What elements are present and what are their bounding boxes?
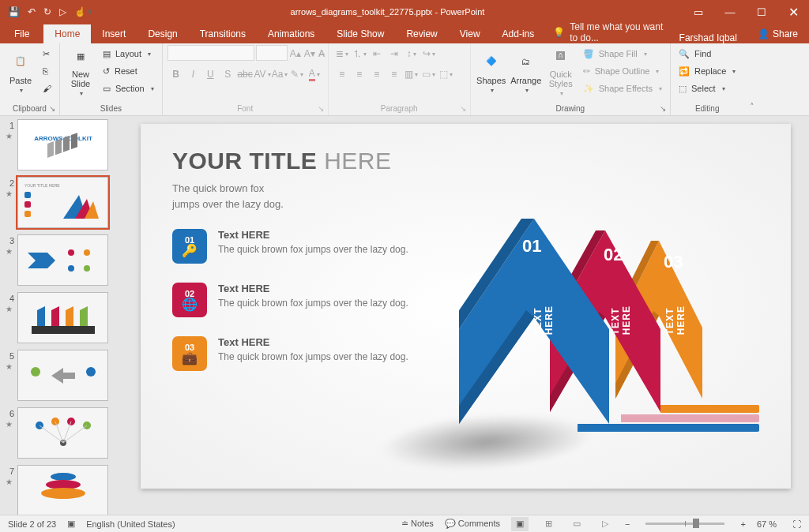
replace-button[interactable]: 🔁Replace▾ bbox=[675, 62, 739, 80]
underline-button[interactable]: U bbox=[201, 66, 219, 83]
thumb-1[interactable]: 1★ ARROWS TOOLKIT bbox=[3, 119, 122, 170]
maximize-button[interactable]: ☐ bbox=[746, 0, 777, 24]
font-dialog-icon[interactable]: ↘ bbox=[318, 104, 324, 113]
comments-button[interactable]: 💬 Comments bbox=[445, 519, 500, 529]
tab-insert[interactable]: Insert bbox=[91, 24, 137, 43]
zoom-slider[interactable] bbox=[645, 523, 724, 525]
tab-animations[interactable]: Animations bbox=[257, 24, 325, 43]
format-painter-button[interactable]: 🖌 bbox=[40, 80, 55, 97]
spell-icon[interactable]: ▣ bbox=[67, 519, 75, 529]
reading-view-icon[interactable]: ▭ bbox=[568, 517, 585, 531]
align-right-button[interactable]: ≡ bbox=[368, 66, 386, 83]
shape-fill-button[interactable]: 🪣Shape Fill▾ bbox=[580, 45, 665, 62]
zoom-out-button[interactable]: − bbox=[625, 519, 630, 529]
paste-button[interactable]: 📋 Paste ▾ bbox=[5, 45, 36, 97]
strike-button[interactable]: abc bbox=[236, 66, 254, 83]
language-status[interactable]: English (United States) bbox=[86, 519, 175, 529]
collapse-ribbon-icon[interactable]: ˄ bbox=[743, 43, 761, 115]
select-button[interactable]: ⬚Select▾ bbox=[675, 80, 739, 97]
shape-outline-button[interactable]: ✏Shape Outline▾ bbox=[580, 62, 665, 80]
ribbon-options-icon[interactable]: ▭ bbox=[683, 0, 714, 24]
align-center-button[interactable]: ≡ bbox=[351, 66, 368, 83]
slide-scrollbar[interactable] bbox=[796, 116, 809, 515]
share-button[interactable]: 👤 Share bbox=[747, 24, 809, 43]
slide-counter[interactable]: Slide 2 of 23 bbox=[8, 519, 56, 529]
fit-window-icon[interactable]: ⛶ bbox=[792, 519, 801, 529]
save-icon[interactable]: 💾 bbox=[8, 6, 20, 17]
tab-addins[interactable]: Add-ins bbox=[491, 24, 546, 43]
slide-canvas[interactable]: YOUR TITLE HERE The quick brown fox jump… bbox=[141, 124, 791, 489]
columns-button[interactable]: ▥▾ bbox=[403, 66, 420, 83]
highlight-button[interactable]: ✎▾ bbox=[288, 66, 306, 83]
shrink-font-icon[interactable]: A▾ bbox=[303, 45, 316, 62]
minimize-button[interactable]: — bbox=[714, 0, 746, 24]
font-size-combo[interactable] bbox=[256, 45, 288, 61]
clipboard-dialog-icon[interactable]: ↘ bbox=[49, 104, 55, 113]
notes-button[interactable]: ≐ Notes bbox=[401, 519, 434, 529]
user-name[interactable]: Farshad Iqbal bbox=[670, 32, 747, 43]
drawing-dialog-icon[interactable]: ↘ bbox=[660, 104, 666, 113]
thumb-5[interactable]: 5★ bbox=[3, 350, 122, 401]
tab-view[interactable]: View bbox=[449, 24, 491, 43]
align-text-button[interactable]: ▭▾ bbox=[420, 66, 438, 83]
arrange-button[interactable]: 🗂 Arrange▾ bbox=[510, 45, 542, 97]
touch-icon[interactable]: ☝▾ bbox=[74, 6, 92, 17]
section-button[interactable]: ▭Section▾ bbox=[100, 80, 157, 97]
tab-file[interactable]: File bbox=[0, 24, 43, 43]
item-2[interactable]: 02🌐 Text HEREThe quick brown fox jumps o… bbox=[172, 283, 417, 317]
arrows-graphic[interactable]: 03 TEXT HERE 02 TEXT HERE 01 TEXT HERE bbox=[427, 219, 759, 463]
indent-less-button[interactable]: ⇤ bbox=[368, 45, 386, 62]
case-button[interactable]: Aa▾ bbox=[271, 66, 288, 83]
bullets-button[interactable]: ≣▾ bbox=[333, 45, 351, 62]
sorter-view-icon[interactable]: ⊞ bbox=[540, 517, 557, 531]
tab-review[interactable]: Review bbox=[395, 24, 448, 43]
close-button[interactable]: ✕ bbox=[777, 0, 809, 24]
align-left-button[interactable]: ≡ bbox=[333, 66, 351, 83]
tell-me-search[interactable]: 💡 Tell me what you want to do... bbox=[545, 21, 669, 43]
zoom-in-button[interactable]: + bbox=[740, 519, 745, 529]
clear-format-icon[interactable]: A̶ bbox=[318, 45, 325, 62]
paragraph-dialog-icon[interactable]: ↘ bbox=[460, 104, 466, 113]
text-direction-button[interactable]: ↪▾ bbox=[420, 45, 438, 62]
thumb-4[interactable]: 4★ bbox=[3, 292, 122, 343]
reset-button[interactable]: ↺Reset bbox=[100, 62, 157, 80]
smartart-button[interactable]: ⬚▾ bbox=[438, 66, 455, 83]
tab-slideshow[interactable]: Slide Show bbox=[325, 24, 395, 43]
layout-button[interactable]: ▤Layout▾ bbox=[100, 45, 157, 62]
justify-button[interactable]: ≡ bbox=[386, 66, 403, 83]
quick-styles-button[interactable]: 🅰 QuickStyles▾ bbox=[545, 45, 577, 97]
shape-effects-button[interactable]: ✨Shape Effects▾ bbox=[580, 80, 665, 97]
thumb-7[interactable]: 7★ bbox=[3, 465, 122, 515]
spacing-button[interactable]: AV▾ bbox=[254, 66, 271, 83]
line-spacing-button[interactable]: ↕▾ bbox=[403, 45, 420, 62]
start-icon[interactable]: ▷ bbox=[59, 6, 66, 17]
grow-font-icon[interactable]: A▴ bbox=[289, 45, 302, 62]
font-color-button[interactable]: A▾ bbox=[306, 66, 323, 83]
item-1[interactable]: 01🔑 Text HEREThe quick brown fox jumps o… bbox=[172, 229, 417, 264]
indent-more-button[interactable]: ⇥ bbox=[386, 45, 403, 62]
numbering-button[interactable]: ⒈▾ bbox=[351, 45, 368, 62]
italic-button[interactable]: I bbox=[185, 66, 202, 83]
thumb-6[interactable]: 6★ bbox=[3, 407, 122, 459]
tab-design[interactable]: Design bbox=[137, 24, 188, 43]
new-slide-button[interactable]: ▦ NewSlide ▾ bbox=[65, 45, 96, 97]
normal-view-icon[interactable]: ▣ bbox=[511, 517, 529, 531]
slide-subtitle[interactable]: The quick brown fox jumps over the lazy … bbox=[172, 181, 759, 212]
item-3[interactable]: 03💼 Text HEREThe quick brown fox jumps o… bbox=[172, 336, 417, 371]
tab-home[interactable]: Home bbox=[43, 24, 91, 43]
thumb-2[interactable]: 2★ YOUR TITLE HERE bbox=[3, 177, 122, 228]
tab-transitions[interactable]: Transitions bbox=[189, 24, 257, 43]
slide-area[interactable]: YOUR TITLE HERE The quick brown fox jump… bbox=[122, 116, 809, 515]
slideshow-view-icon[interactable]: ▷ bbox=[596, 517, 614, 531]
find-button[interactable]: 🔍Find bbox=[675, 45, 739, 62]
cut-button[interactable]: ✂ bbox=[40, 45, 55, 62]
zoom-level[interactable]: 67 % bbox=[757, 519, 777, 529]
copy-button[interactable]: ⎘ bbox=[40, 62, 55, 80]
bold-button[interactable]: B bbox=[167, 66, 185, 83]
slide-title[interactable]: YOUR TITLE HERE bbox=[172, 148, 759, 174]
undo-icon[interactable]: ↶ bbox=[28, 6, 36, 17]
font-family-combo[interactable] bbox=[167, 45, 254, 61]
thumb-3[interactable]: 3★ bbox=[3, 234, 122, 286]
shapes-button[interactable]: 🔷 Shapes▾ bbox=[476, 45, 507, 97]
thumbnail-pane[interactable]: 1★ ARROWS TOOLKIT 2★ YOUR TITLE HERE 3★ … bbox=[0, 116, 122, 515]
